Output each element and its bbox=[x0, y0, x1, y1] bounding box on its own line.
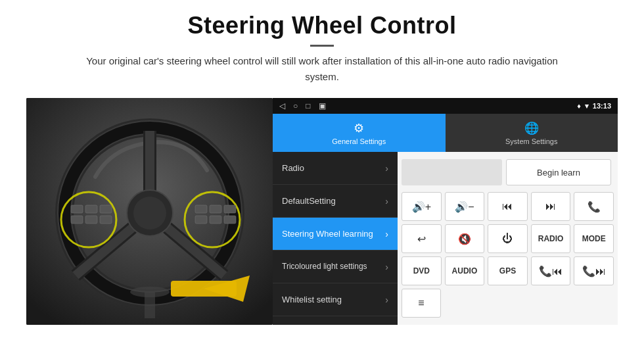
svg-point-11 bbox=[133, 197, 166, 229]
control-row-1: 🔊+ 🔊− ⏮ ⏭ 📞 bbox=[402, 192, 614, 221]
power-button[interactable]: ⏻ bbox=[488, 224, 528, 253]
call-prev-icon: 📞⏮ bbox=[539, 265, 563, 277]
gps-button[interactable]: GPS bbox=[488, 256, 528, 285]
call-button[interactable]: 📞 bbox=[574, 192, 614, 221]
right-controls: Begin learn 🔊+ 🔊− ⏮ bbox=[398, 152, 618, 325]
menu-radio-label: Radio bbox=[282, 163, 304, 173]
svg-rect-29 bbox=[145, 292, 155, 318]
page-title: Steering Wheel Control bbox=[26, 12, 618, 39]
vol-down-icon: 🔊− bbox=[455, 201, 474, 213]
menu-whitelist-label: Whitelist setting bbox=[282, 295, 342, 304]
menu-radio-chevron: › bbox=[385, 163, 388, 174]
vol-up-button[interactable]: 🔊+ bbox=[402, 192, 442, 221]
svg-rect-25 bbox=[224, 216, 236, 224]
menu-item-tricoloured[interactable]: Tricoloured light settings › bbox=[273, 251, 398, 283]
tab-system-label: System Settings bbox=[505, 137, 557, 145]
menu-item-whitelist[interactable]: Whitelist setting › bbox=[273, 283, 398, 316]
menu-default-chevron: › bbox=[385, 196, 388, 206]
svg-rect-24 bbox=[224, 205, 236, 213]
menu-nav-icon[interactable]: ▣ bbox=[319, 101, 326, 110]
menu-whitelist-chevron: › bbox=[385, 295, 388, 305]
mute-button[interactable]: 🔇 bbox=[445, 224, 485, 253]
title-divider bbox=[310, 45, 334, 47]
tab-general-label: General Settings bbox=[332, 137, 386, 145]
prev-icon: ⏮ bbox=[502, 201, 513, 212]
list-icon: ≡ bbox=[418, 297, 424, 309]
call-next-icon: 📞⏭ bbox=[582, 265, 606, 277]
menu-tricoloured-label: Tricoloured light settings bbox=[282, 262, 367, 272]
call-icon: 📞 bbox=[587, 201, 601, 213]
status-bar-info: ♦ ▾ 13:13 bbox=[577, 102, 611, 110]
begin-learn-button[interactable]: Begin learn bbox=[506, 159, 611, 185]
audio-button[interactable]: AUDIO bbox=[445, 256, 485, 285]
system-settings-icon: 🌐 bbox=[524, 121, 539, 135]
radio-label: RADIO bbox=[538, 234, 564, 243]
svg-rect-23 bbox=[210, 216, 221, 224]
subtitle-text: Your original car's steering wheel contr… bbox=[85, 53, 559, 85]
recents-nav-icon[interactable]: □ bbox=[306, 101, 310, 110]
vol-down-button[interactable]: 🔊− bbox=[445, 192, 485, 221]
steering-wheel-image bbox=[26, 98, 273, 325]
home-nav-icon[interactable]: ○ bbox=[293, 101, 298, 110]
radio-button[interactable]: RADIO bbox=[531, 224, 571, 253]
signal-icon: ▾ bbox=[585, 102, 589, 110]
tab-system-settings[interactable]: 🌐 System Settings bbox=[446, 114, 618, 152]
menu-steering-label: Steering Wheel learning bbox=[282, 229, 373, 239]
menu-steering-chevron: › bbox=[385, 229, 388, 239]
svg-rect-20 bbox=[195, 205, 207, 213]
menu-item-default-setting[interactable]: DefaultSetting › bbox=[273, 185, 398, 218]
next-icon: ⏭ bbox=[545, 201, 556, 212]
svg-rect-14 bbox=[71, 205, 83, 213]
hangup-icon: ↩ bbox=[417, 233, 426, 245]
control-row-2: ↩ 🔇 ⏻ RADIO MODE bbox=[402, 224, 614, 253]
menu-tricoloured-chevron: › bbox=[385, 262, 388, 272]
mute-icon: 🔇 bbox=[458, 233, 471, 245]
tab-general-settings[interactable]: ⚙ General Settings bbox=[273, 114, 446, 152]
audio-label: AUDIO bbox=[452, 266, 478, 276]
empty-slot bbox=[402, 159, 502, 185]
svg-rect-21 bbox=[195, 216, 207, 224]
power-icon: ⏻ bbox=[502, 233, 513, 245]
call-prev-button[interactable]: 📞⏮ bbox=[531, 256, 571, 285]
svg-rect-22 bbox=[210, 205, 221, 213]
next-track-button[interactable]: ⏭ bbox=[531, 192, 571, 221]
back-nav-icon[interactable]: ◁ bbox=[279, 101, 285, 110]
begin-learn-row: Begin learn bbox=[402, 156, 614, 189]
android-panel: ◁ ○ □ ▣ ♦ ▾ 13:13 ⚙ General Settings bbox=[273, 98, 618, 325]
gps-label: GPS bbox=[499, 266, 516, 276]
dvd-label: DVD bbox=[413, 266, 430, 276]
menu-item-radio[interactable]: Radio › bbox=[273, 152, 398, 185]
svg-rect-19 bbox=[100, 216, 112, 224]
status-bar-nav: ◁ ○ □ ▣ bbox=[279, 101, 326, 110]
svg-rect-17 bbox=[85, 216, 97, 224]
gps-icon: ♦ bbox=[577, 102, 581, 110]
svg-rect-27 bbox=[171, 281, 237, 297]
vol-up-icon: 🔊+ bbox=[412, 201, 431, 213]
call-next-button[interactable]: 📞⏭ bbox=[574, 256, 614, 285]
status-time: 13:13 bbox=[593, 102, 611, 110]
list-button[interactable]: ≡ bbox=[402, 289, 441, 318]
mode-label: MODE bbox=[582, 234, 606, 243]
mode-button[interactable]: MODE bbox=[574, 224, 614, 253]
prev-track-button[interactable]: ⏮ bbox=[488, 192, 528, 221]
left-menu: Radio › DefaultSetting › Steering Wheel … bbox=[273, 152, 398, 325]
tab-bar: ⚙ General Settings 🌐 System Settings bbox=[273, 114, 618, 152]
control-row-4: ≡ bbox=[402, 289, 441, 318]
svg-rect-18 bbox=[100, 205, 112, 213]
hangup-button[interactable]: ↩ bbox=[402, 224, 442, 253]
svg-rect-16 bbox=[85, 205, 97, 213]
menu-item-steering-wheel[interactable]: Steering Wheel learning › bbox=[273, 218, 398, 251]
content-row: ◁ ○ □ ▣ ♦ ▾ 13:13 ⚙ General Settings bbox=[26, 98, 618, 325]
status-bar: ◁ ○ □ ▣ ♦ ▾ 13:13 bbox=[273, 98, 618, 114]
control-row-3: DVD AUDIO GPS 📞⏮ 📞⏭ bbox=[402, 256, 614, 285]
general-settings-icon: ⚙ bbox=[354, 121, 364, 135]
menu-default-label: DefaultSetting bbox=[282, 196, 336, 206]
main-area: Radio › DefaultSetting › Steering Wheel … bbox=[273, 152, 618, 325]
svg-rect-15 bbox=[71, 216, 83, 224]
dvd-button[interactable]: DVD bbox=[402, 256, 442, 285]
